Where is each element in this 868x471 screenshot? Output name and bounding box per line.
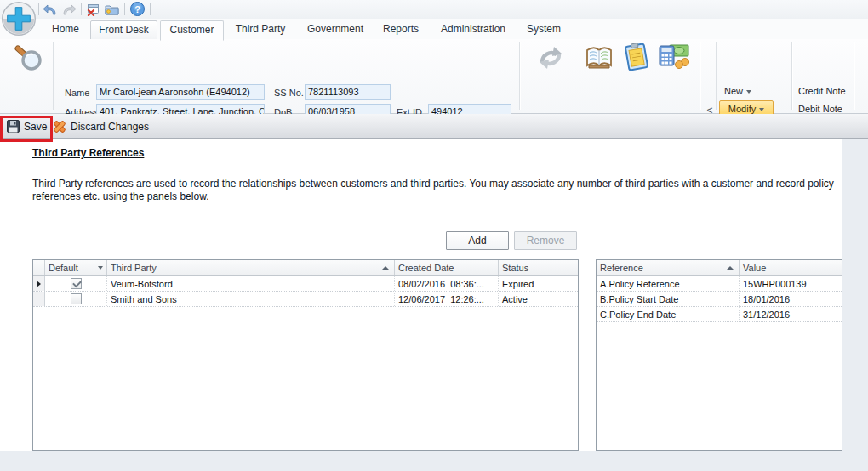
annotation-highlight [0, 116, 53, 142]
row-indicator-header [33, 260, 45, 275]
page-description: Third Party references are used to recor… [32, 178, 842, 203]
reference-table: Reference Value A.Policy Reference 15WHP… [596, 259, 842, 451]
third-party-table: Default Third Party Created Date Status … [32, 259, 579, 451]
remove-button[interactable]: Remove [514, 231, 577, 250]
reference-cell: C.Policy End Date [597, 307, 740, 321]
close-window-icon[interactable] [85, 3, 100, 16]
column-header-created-date[interactable]: Created Date [395, 260, 499, 275]
tab-third-party[interactable]: Third Party [225, 20, 296, 38]
group-separator [854, 42, 855, 110]
third-party-table-header: Default Third Party Created Date Status [33, 260, 578, 276]
column-header-reference[interactable]: Reference [597, 260, 740, 275]
undo-icon[interactable] [42, 3, 57, 16]
ribbon: Customer Search Name Address Balance Mr … [0, 39, 868, 114]
title-bar: ? [0, 0, 868, 19]
tab-system[interactable]: System [519, 20, 568, 38]
reference-header-label: Reference [600, 263, 643, 273]
ribbon-tab-bar: Home Front Desk Customer Third Party Gov… [0, 19, 868, 40]
tab-government[interactable]: Government [300, 20, 371, 38]
page-bottom-margin [0, 451, 868, 471]
value-cell: 18/01/2016 [740, 292, 842, 306]
help-icon[interactable]: ? [129, 2, 145, 15]
column-header-value[interactable]: Value [740, 260, 842, 275]
tab-home[interactable]: Home [44, 20, 87, 38]
chevron-down-icon [746, 90, 751, 94]
column-header-default[interactable]: Default [45, 260, 107, 275]
reference-table-header: Reference Value [597, 260, 842, 276]
payment-icon [658, 43, 690, 74]
reference-cell: A.Policy Reference [597, 276, 740, 291]
default-cell [45, 292, 107, 306]
separator [81, 3, 82, 15]
table-row[interactable]: Smith and Sons 12/06/2017 12:26:... Acti… [33, 292, 578, 307]
separator [150, 3, 151, 15]
value-cell: 15WHP000139 [740, 276, 842, 291]
redo-icon[interactable] [61, 3, 77, 16]
add-button[interactable]: Add [446, 231, 509, 250]
sync-customer-icon [535, 43, 566, 76]
status-cell: Active [499, 292, 578, 306]
table-row[interactable]: C.Policy End Date 31/12/2016 [597, 307, 842, 322]
page-right-margin [842, 139, 868, 452]
discard-changes-icon [53, 120, 66, 137]
discard-changes-button[interactable]: Discard Changes [71, 121, 149, 133]
filter-dropdown-icon[interactable] [98, 266, 103, 270]
group-separator [716, 42, 717, 110]
group-separator [519, 42, 521, 110]
page-title: Third Party References [32, 147, 144, 159]
tab-administration[interactable]: Administration [431, 20, 516, 38]
ss-no-label: SS No. [274, 88, 304, 98]
modify-label: Modify [728, 104, 756, 114]
svg-text:?: ? [134, 3, 140, 14]
ss-no-field[interactable]: 7821113093 [305, 84, 391, 100]
credit-note-button[interactable]: Credit Note [798, 86, 846, 96]
account-icon [585, 44, 613, 75]
customer-search-button[interactable] [11, 43, 43, 73]
default-cell [45, 276, 107, 291]
application-menu-button[interactable] [1, 1, 37, 37]
created-date-cell: 12/06/2017 12:26:... [395, 292, 499, 306]
table-row[interactable]: Veum-Botsford 08/02/2016 08:36:... Expir… [33, 276, 578, 292]
new-button[interactable]: New [724, 86, 751, 96]
row-arrow-icon [37, 281, 41, 287]
invoice-icon [622, 43, 651, 75]
row-indicator [33, 292, 45, 306]
tab-reports[interactable]: Reports [374, 20, 427, 38]
debit-note-button[interactable]: Debit Note [798, 104, 842, 114]
name-label: Name [65, 88, 89, 98]
tab-front-desk[interactable]: Front Desk [90, 20, 157, 40]
save-toolbar: Save Discard Changes [0, 114, 868, 139]
default-checkbox[interactable] [71, 293, 82, 304]
application-window: ? Home Front Desk Customer Third Party G… [0, 0, 868, 471]
third-party-header-label: Third Party [111, 263, 157, 273]
separator [124, 3, 125, 15]
group-separator [700, 42, 701, 110]
status-cell: Expired [499, 276, 578, 291]
current-row-indicator [33, 276, 45, 291]
group-separator [53, 42, 54, 110]
tab-customer[interactable]: Customer [160, 20, 224, 41]
reference-cell: B.Policy Start Date [597, 292, 740, 306]
group-separator [791, 42, 793, 110]
chevron-down-icon [759, 108, 764, 111]
created-date-cell: 08/02/2016 08:36:... [395, 276, 499, 291]
new-label: New [724, 86, 743, 96]
sort-ascending-icon [727, 266, 734, 270]
value-cell: 31/12/2016 [740, 307, 842, 321]
sort-ascending-icon [382, 266, 389, 270]
table-row[interactable]: B.Policy Start Date 18/01/2016 [597, 292, 842, 307]
separator [38, 3, 39, 15]
third-party-cell: Veum-Botsford [107, 276, 395, 291]
name-field[interactable]: Mr Carol-jean Aaronsohn (E494012) [96, 84, 265, 100]
default-header-label: Default [49, 263, 78, 273]
folder-icon[interactable] [104, 3, 119, 16]
table-row[interactable]: A.Policy Reference 15WHP000139 [597, 276, 842, 292]
third-party-cell: Smith and Sons [107, 292, 395, 306]
column-header-third-party[interactable]: Third Party [107, 260, 395, 275]
column-header-status[interactable]: Status [499, 260, 578, 275]
default-checkbox[interactable] [71, 278, 82, 289]
